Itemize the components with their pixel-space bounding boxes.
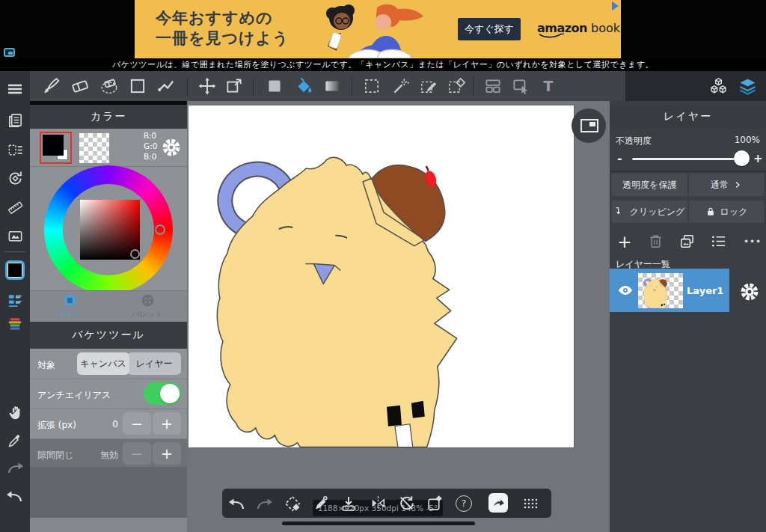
save-download-button[interactable]: [337, 491, 361, 516]
color-tab-icon: [62, 293, 78, 308]
protect-alpha-label: 透明度を保護: [622, 179, 676, 192]
divide-tool-button[interactable]: [480, 73, 506, 99]
gap-plus-button[interactable]: +: [153, 442, 181, 465]
export-button[interactable]: [423, 491, 447, 516]
reset-rotation-button[interactable]: [394, 491, 418, 516]
layer-settings-button[interactable]: [740, 282, 759, 305]
undo-button[interactable]: [225, 491, 249, 516]
hue-selector[interactable]: [155, 224, 165, 235]
protect-alpha-button[interactable]: 透明度を保護: [612, 174, 687, 196]
shape-tool-button[interactable]: [125, 73, 150, 99]
material-panel-button[interactable]: [705, 73, 731, 99]
fill-rect-tool-button[interactable]: [262, 73, 287, 99]
antialias-toggle[interactable]: [144, 382, 181, 405]
hand-pan-button[interactable]: [3, 400, 27, 424]
transform-tool-button[interactable]: [221, 73, 247, 99]
layers-panel-button[interactable]: [735, 73, 760, 99]
palette-tab-label: パレット: [132, 309, 163, 319]
select-pen-icon: [419, 76, 438, 96]
pen-mode-button[interactable]: [309, 491, 333, 516]
undo-icon: [6, 487, 24, 505]
gap-minus-button[interactable]: −: [123, 442, 151, 465]
transparent-color-swatch[interactable]: [79, 133, 109, 163]
hamburger-icon: [6, 80, 24, 98]
add-layer-button[interactable]: +: [614, 232, 635, 251]
magic-wand-tool-button[interactable]: [388, 73, 414, 99]
select-rect-tool-button[interactable]: [359, 73, 384, 99]
free-transform-button[interactable]: [281, 491, 304, 516]
layer-list-view-button[interactable]: [710, 233, 727, 253]
foreground-color-swatch[interactable]: [40, 132, 72, 164]
home-indicator[interactable]: [282, 522, 475, 525]
tab-color[interactable]: カラー: [40, 293, 99, 321]
gradient-tool-button[interactable]: [319, 73, 345, 99]
brush-tool-button[interactable]: [38, 73, 64, 99]
amazon-smile-icon: [539, 33, 564, 39]
expand-plus-button[interactable]: +: [153, 412, 181, 435]
current-color-chip[interactable]: [3, 258, 27, 282]
select-eraser-tool-button[interactable]: [444, 73, 469, 99]
drawing-canvas[interactable]: [189, 106, 574, 447]
expand-label: 拡張 (px): [37, 419, 76, 432]
ad-cta-button[interactable]: 今すぐ探す: [458, 18, 521, 40]
layer-visibility-eye-icon[interactable]: [617, 283, 634, 298]
ad-choices-icon[interactable]: [612, 1, 619, 10]
target-option-canvas[interactable]: キャンバス: [77, 352, 129, 375]
eyedropper-button[interactable]: [3, 429, 27, 453]
text-tool-button[interactable]: T: [536, 73, 561, 99]
clipping-button[interactable]: クリッピング: [612, 201, 687, 223]
undo-button-sidebar[interactable]: [3, 484, 27, 508]
more-options-button[interactable]: •••: [741, 234, 764, 249]
grid-handle-button[interactable]: [518, 491, 542, 516]
canvas-area[interactable]: 1188×920px 350dpi 143% -5°: [187, 101, 610, 532]
rectangle-icon: [128, 76, 147, 96]
layer-row-layer1[interactable]: Layer1: [610, 269, 729, 312]
rainbow-palette-icon: [7, 316, 23, 332]
main-menu-button[interactable]: [3, 77, 27, 101]
opacity-minus-button[interactable]: -: [617, 151, 622, 165]
selection-list-button[interactable]: [3, 138, 27, 162]
ad-banner[interactable]: 今年おすすめの 一冊を見つけよう 今すぐ探す amazon: [135, 0, 621, 58]
panel-bottom-strip: [30, 518, 187, 532]
flip-horizontal-button[interactable]: [366, 491, 390, 516]
download-icon: [340, 495, 358, 513]
expand-minus-button[interactable]: −: [123, 412, 151, 435]
clipping-icon: [615, 207, 625, 217]
toolbar-divider: [352, 76, 352, 96]
palette-tab-icon: [140, 293, 156, 308]
blur-eraser-tool-button[interactable]: [96, 73, 122, 99]
select-pen-tool-button[interactable]: [416, 73, 441, 99]
pages-button[interactable]: [3, 108, 27, 132]
layers-panel-title: レイヤー: [664, 110, 712, 123]
picture-in-picture-icon[interactable]: [4, 48, 15, 57]
delete-layer-button[interactable]: [647, 233, 664, 253]
sv-selector[interactable]: [130, 249, 140, 259]
redo-button[interactable]: [252, 491, 276, 516]
object-select-tool-button[interactable]: [508, 73, 533, 99]
material-button[interactable]: [3, 224, 27, 248]
palette-colors-button[interactable]: [3, 312, 27, 336]
opacity-plus-button[interactable]: +: [753, 152, 763, 165]
target-option-layer[interactable]: レイヤー: [127, 352, 181, 375]
blend-mode-button[interactable]: 通常: [689, 174, 764, 196]
expand-value: 0: [102, 419, 118, 429]
lock-button[interactable]: ロック: [689, 201, 764, 223]
help-button[interactable]: ?: [452, 491, 476, 516]
move-tool-button[interactable]: [194, 73, 220, 99]
redo-button-sidebar[interactable]: [3, 456, 27, 480]
eraser-tool-button[interactable]: [67, 73, 93, 99]
polyline-tool-button[interactable]: [153, 73, 179, 99]
brush-settings-button[interactable]: [3, 288, 27, 312]
duplicate-layer-button[interactable]: [678, 233, 696, 253]
navigator-toggle-button[interactable]: [572, 108, 606, 143]
foreground-color-chip: [43, 135, 64, 156]
gradient-icon: [322, 76, 342, 96]
bucket-tool-button[interactable]: [291, 73, 316, 99]
rotate-view-button[interactable]: [3, 166, 27, 190]
opacity-slider-knob[interactable]: [734, 150, 750, 166]
tab-palette[interactable]: パレット: [117, 293, 177, 321]
color-settings-button[interactable]: [162, 138, 181, 160]
quick-share-button[interactable]: [488, 493, 508, 513]
ruler-button[interactable]: [3, 195, 27, 219]
opacity-slider-track[interactable]: [632, 158, 749, 160]
